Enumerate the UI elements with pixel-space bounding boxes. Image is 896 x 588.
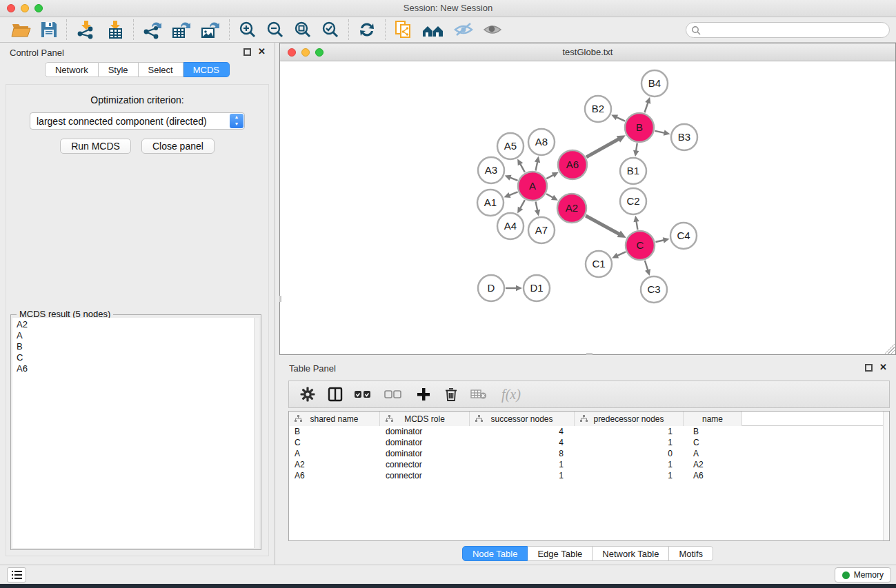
result-list-item[interactable]: A6 [17, 363, 259, 374]
window-title: Session: New Session [0, 3, 896, 13]
edge-C-C1[interactable] [617, 252, 626, 256]
edge-A-A7[interactable] [536, 202, 538, 211]
table-row[interactable]: A2connector11A2 [289, 459, 889, 470]
edge-B-B2[interactable] [616, 117, 625, 121]
deselect-all-checkbox-button[interactable] [381, 385, 405, 403]
mcds-result-box: MCDS result (5 nodes) A2ABCA6 [10, 314, 261, 550]
search-input[interactable] [704, 23, 884, 37]
add-column-icon [417, 387, 430, 401]
open-file-button[interactable] [7, 19, 36, 41]
export-table-button[interactable] [167, 19, 196, 41]
tab-network[interactable]: Network [45, 62, 99, 77]
add-column-button[interactable] [415, 385, 432, 403]
resize-notch[interactable] [586, 353, 593, 355]
float-panel-icon[interactable] [243, 48, 251, 56]
delete-column-button[interactable] [442, 385, 460, 403]
show-column-button[interactable] [326, 385, 344, 403]
tab-select[interactable]: Select [139, 62, 183, 77]
zoom-fit-button[interactable] [289, 19, 317, 41]
tab-motifs[interactable]: Motifs [669, 546, 713, 561]
edge-C-C4[interactable] [655, 240, 664, 242]
edge-A-A8[interactable] [536, 161, 538, 170]
tab-network-table[interactable]: Network Table [593, 546, 669, 561]
network-from-selection-button[interactable] [390, 19, 417, 41]
node-table: shared nameMCDS rolesuccessor nodesprede… [288, 411, 890, 541]
memory-button[interactable]: Memory [835, 567, 891, 582]
table-cell: 4 [470, 437, 575, 448]
resize-grip-icon[interactable] [885, 344, 895, 354]
show-all-icon [482, 21, 503, 39]
edge-A-A5[interactable] [520, 163, 525, 172]
node-label-D1: D1 [530, 282, 543, 294]
export-table-icon [171, 20, 192, 39]
table-row[interactable]: A6connector11A6 [289, 470, 889, 481]
column-header-predecessor-nodes[interactable]: predecessor nodes [575, 412, 684, 426]
close-panel-button[interactable]: Close panel [141, 139, 215, 154]
import-network-button[interactable] [71, 19, 100, 41]
import-table-button[interactable] [100, 19, 129, 41]
result-list-item[interactable]: A2 [17, 319, 259, 330]
mcds-result-list[interactable]: A2ABCA6 [12, 318, 259, 548]
edge-A-A3[interactable] [510, 177, 517, 180]
table-panel-title: Table Panel [289, 363, 336, 374]
edge-A6-B[interactable] [586, 139, 619, 157]
task-history-button[interactable] [7, 567, 26, 582]
edge-A-A6[interactable] [546, 175, 553, 179]
show-all-button[interactable] [478, 19, 507, 41]
result-list-item[interactable]: A [17, 330, 259, 341]
settings-gear-button[interactable] [299, 385, 317, 403]
export-network-button[interactable] [138, 19, 167, 41]
zoom-out-button[interactable] [261, 19, 289, 41]
edge-B-B1[interactable] [636, 143, 637, 152]
column-header-shared-name[interactable]: shared name [289, 412, 380, 426]
select-all-checkbox-button[interactable] [354, 385, 372, 403]
refresh-layout-button[interactable] [353, 19, 381, 41]
close-panel-icon[interactable]: ✕ [258, 46, 266, 57]
table-cell: 1 [575, 426, 684, 437]
float-panel-icon[interactable] [865, 364, 873, 372]
table-scrollbar[interactable] [883, 412, 889, 540]
tab-mcds[interactable]: MCDS [183, 62, 230, 77]
resize-notch[interactable] [279, 296, 281, 302]
desktop-background [0, 584, 896, 588]
tab-edge-table[interactable]: Edge Table [528, 546, 593, 561]
column-header-label: MCDS role [404, 414, 445, 424]
edge-B-B4[interactable] [644, 102, 648, 112]
run-mcds-button[interactable]: Run MCDS [60, 139, 131, 154]
export-image-button[interactable] [196, 19, 225, 41]
column-header-successor-nodes[interactable]: successor nodes [470, 412, 575, 426]
edge-arrowhead [645, 269, 650, 276]
delete-table-button[interactable] [470, 385, 488, 403]
edge-B-B3[interactable] [655, 131, 664, 133]
function-builder-button[interactable]: f(x) [497, 385, 525, 403]
hide-selected-button[interactable] [449, 19, 478, 41]
edge-A-A2[interactable] [546, 194, 553, 198]
zoom-selected-button[interactable] [317, 19, 344, 41]
network-canvas[interactable]: B4B2BB3B1A5A8A6A3AA1C2A2A4A7C4CC1C3DD1 [280, 61, 895, 354]
edge-A-A1[interactable] [509, 192, 518, 195]
close-panel-icon[interactable]: ✕ [879, 362, 887, 372]
table-row[interactable]: Cdominator41C [289, 437, 889, 448]
zoom-in-button[interactable] [234, 19, 261, 41]
edge-C-C3[interactable] [645, 261, 648, 270]
optimization-criterion-dropdown[interactable]: largest connected component (directed) ▲… [30, 112, 245, 130]
zoom-selected-icon [321, 20, 340, 39]
tab-node-table[interactable]: Node Table [462, 546, 528, 561]
column-header-MCDS-role[interactable]: MCDS role [380, 412, 470, 426]
table-row[interactable]: Bdominator41B [289, 426, 889, 437]
tab-style[interactable]: Style [99, 62, 139, 77]
first-neighbors-button[interactable] [417, 19, 449, 41]
control-panel: Control Panel ✕ NetworkStyleSelectMCDS O… [0, 43, 275, 565]
node-label-A1: A1 [484, 196, 497, 208]
result-list-item[interactable]: B [17, 341, 259, 352]
table-row[interactable]: Adominator80A [289, 448, 889, 459]
edge-A-A4[interactable] [520, 200, 525, 208]
result-list-scrollbar[interactable] [254, 318, 259, 548]
edge-A2-C[interactable] [586, 216, 619, 234]
node-label-D: D [488, 282, 495, 294]
save-session-button[interactable] [36, 19, 62, 41]
column-header-name[interactable]: name [684, 412, 742, 426]
refresh-layout-icon [357, 20, 377, 39]
edge-C-C2[interactable] [636, 221, 637, 230]
result-list-item[interactable]: C [17, 352, 259, 363]
